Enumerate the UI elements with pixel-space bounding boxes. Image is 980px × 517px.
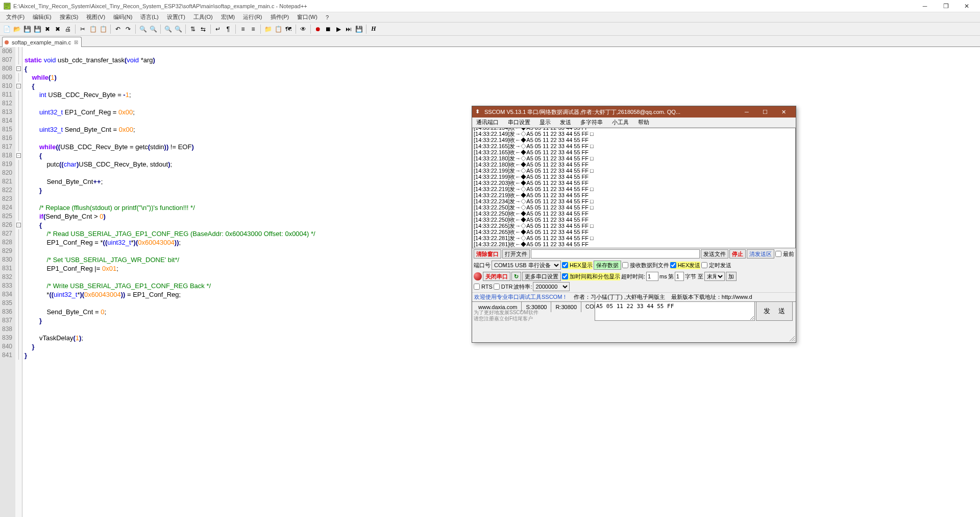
tail-select[interactable]: 末尾 bbox=[704, 272, 725, 281]
sscom-row-file: 清除窗口 打开文件 发送文件 停止 清发送区 最前 bbox=[472, 248, 796, 260]
save-all-icon[interactable]: 💾 bbox=[33, 25, 42, 34]
rts-checkbox[interactable]: RTS bbox=[474, 284, 493, 290]
h-icon[interactable]: H bbox=[369, 25, 378, 34]
outdent-icon[interactable]: ≡ bbox=[249, 25, 258, 34]
separator bbox=[160, 25, 161, 34]
clear-send-area-button[interactable]: 清发送区 bbox=[747, 249, 774, 258]
open-file-button[interactable]: 打开文件 bbox=[502, 249, 530, 258]
menu-edit[interactable]: 编辑(E) bbox=[29, 12, 56, 22]
redo-icon[interactable]: ↷ bbox=[124, 25, 133, 34]
add-button[interactable]: 加 bbox=[726, 272, 737, 281]
menu-search[interactable]: 搜索(S) bbox=[56, 12, 83, 22]
menu-help[interactable]: ? bbox=[322, 13, 333, 21]
dtr-checkbox[interactable]: DTR bbox=[494, 284, 513, 290]
menu-display[interactable]: 显示 bbox=[537, 118, 553, 127]
menu-run[interactable]: 运行(R) bbox=[239, 12, 266, 22]
send-file-button[interactable]: 发送文件 bbox=[701, 249, 728, 258]
menu-file[interactable]: 文件(F) bbox=[2, 12, 29, 22]
close-serial-button[interactable]: 关闭串口 bbox=[483, 272, 510, 281]
fold-margin[interactable]: −−−− bbox=[15, 47, 22, 517]
replace-icon[interactable]: 🔍 bbox=[149, 25, 158, 34]
timeout-label: 超时时间: bbox=[621, 273, 645, 280]
close-button[interactable]: ✕ bbox=[957, 1, 977, 12]
hex-send-checkbox[interactable]: HEX发送 bbox=[670, 262, 701, 269]
tab-close-icon[interactable]: ⊠ bbox=[73, 39, 79, 45]
menu-language[interactable]: 语言(L) bbox=[136, 12, 162, 22]
file-tab[interactable]: softap_example_main.c ⊠ bbox=[2, 37, 82, 47]
funclist-icon[interactable]: 📋 bbox=[274, 25, 283, 34]
close-button[interactable]: ✕ bbox=[774, 107, 793, 117]
zoom-in-icon[interactable]: 🔍 bbox=[163, 25, 173, 34]
menu-view[interactable]: 视图(V) bbox=[82, 12, 109, 22]
maximize-button[interactable]: ❐ bbox=[936, 1, 956, 12]
send-data-input[interactable]: A5 05 11 22 33 44 55 FF bbox=[595, 301, 755, 321]
minimize-button[interactable]: ─ bbox=[915, 1, 935, 12]
sscom-row-port: 端口号 COM15 USB 串行设备 HEX显示 保存数据 接收数据到文件 HE… bbox=[472, 260, 796, 271]
record-icon[interactable]: ⏺ bbox=[313, 25, 323, 34]
cut-icon[interactable]: ✂ bbox=[78, 25, 87, 34]
menu-multi-string[interactable]: 多字符串 bbox=[578, 118, 605, 127]
menu-window[interactable]: 窗口(W) bbox=[293, 12, 322, 22]
npp-titlebar[interactable]: E:\Aixcel_Tiny_Recon_System\Aixcel_Tiny_… bbox=[0, 0, 980, 12]
play-multi-icon[interactable]: ⏭ bbox=[344, 25, 353, 34]
welcome-link[interactable]: 欢迎使用专业串口调试工具SSCOM！ bbox=[474, 293, 568, 301]
minimize-button[interactable]: ─ bbox=[738, 107, 756, 117]
copy-icon[interactable]: 📋 bbox=[88, 25, 97, 34]
monitor-icon[interactable]: 👁 bbox=[299, 25, 308, 34]
save-icon[interactable]: 💾 bbox=[22, 25, 32, 34]
menu-encoding[interactable]: 编码(N) bbox=[109, 12, 136, 22]
find-icon[interactable]: 🔍 bbox=[138, 25, 148, 34]
nth-input[interactable] bbox=[675, 272, 684, 281]
resize-grip-icon[interactable] bbox=[790, 336, 795, 341]
folder-icon[interactable]: 📁 bbox=[263, 25, 273, 34]
timed-send-checkbox[interactable]: 定时发送 bbox=[701, 262, 731, 269]
menu-send[interactable]: 发送 bbox=[558, 118, 573, 127]
sync-v-icon[interactable]: ⇅ bbox=[188, 25, 198, 34]
npp-menubar: 文件(F) 编辑(E) 搜索(S) 视图(V) 编码(N) 语言(L) 设置(T… bbox=[0, 12, 980, 22]
play-icon[interactable]: ▶ bbox=[334, 25, 343, 34]
menu-help[interactable]: 帮助 bbox=[636, 118, 651, 127]
timeout-input[interactable] bbox=[646, 272, 658, 281]
zoom-out-icon[interactable]: 🔍 bbox=[174, 25, 183, 34]
menu-tools[interactable]: 小工具 bbox=[610, 118, 631, 127]
menu-settings[interactable]: 设置(T) bbox=[163, 12, 189, 22]
paste-icon[interactable]: 📋 bbox=[99, 25, 108, 34]
new-file-icon[interactable]: 📄 bbox=[2, 25, 11, 34]
stop-icon[interactable]: ⏹ bbox=[324, 25, 333, 34]
file-path-input[interactable] bbox=[531, 249, 700, 258]
menu-tools[interactable]: 工具(O) bbox=[189, 12, 217, 22]
refresh-button[interactable]: ↻ bbox=[511, 272, 521, 281]
ms-label: ms bbox=[659, 273, 667, 279]
sync-h-icon[interactable]: ⇆ bbox=[199, 25, 208, 34]
close-all-icon[interactable]: ✖ bbox=[53, 25, 62, 34]
stop-button[interactable]: 停止 bbox=[729, 249, 746, 258]
timestamp-checkbox[interactable]: 加时间戳和分包显示 bbox=[562, 273, 620, 280]
menu-plugins[interactable]: 插件(P) bbox=[266, 12, 293, 22]
menu-comm-port[interactable]: 通讯端口 bbox=[474, 118, 501, 127]
wordwrap-icon[interactable]: ↵ bbox=[213, 25, 223, 34]
open-file-icon[interactable]: 📂 bbox=[12, 25, 21, 34]
close-file-icon[interactable]: ✖ bbox=[43, 25, 52, 34]
save-macro-icon[interactable]: 💾 bbox=[354, 25, 363, 34]
print-icon[interactable]: 🖨 bbox=[63, 25, 72, 34]
more-settings-button[interactable]: 更多串口设置 bbox=[522, 272, 561, 281]
port-select[interactable]: COM15 USB 串行设备 bbox=[492, 261, 561, 270]
topmost-checkbox[interactable]: 最前 bbox=[775, 250, 794, 258]
sscom-window[interactable]: ⬍ SSCOM V5.13.1 串口/网络数据调试器,作者:大虾丁丁,26180… bbox=[472, 106, 796, 343]
indent-icon[interactable]: ≡ bbox=[238, 25, 248, 34]
clear-window-button[interactable]: 清除窗口 bbox=[474, 249, 501, 258]
docmap-icon[interactable]: 🗺 bbox=[284, 25, 293, 34]
serial-log-area[interactable]: [14:33:22.134]收←◆A5 05 11 22 33 44 55 FF… bbox=[472, 128, 796, 248]
sscom-titlebar[interactable]: ⬍ SSCOM V5.13.1 串口/网络数据调试器,作者:大虾丁丁,26180… bbox=[472, 106, 796, 118]
recv-to-file-checkbox[interactable]: 接收数据到文件 bbox=[622, 262, 669, 269]
maximize-button[interactable]: ☐ bbox=[756, 107, 774, 117]
menu-serial-settings[interactable]: 串口设置 bbox=[506, 118, 532, 127]
menu-macro[interactable]: 宏(M) bbox=[217, 12, 239, 22]
undo-icon[interactable]: ↶ bbox=[113, 25, 122, 34]
allchars-icon[interactable]: ¶ bbox=[224, 25, 233, 34]
promo-text: 为了更好地发展SSCOM软件 请您注册嘉立创F结尾客户 bbox=[474, 310, 538, 322]
baud-select[interactable]: 2000000 bbox=[533, 282, 570, 291]
save-data-button[interactable]: 保存数据 bbox=[594, 261, 621, 270]
send-button[interactable]: 发 送 bbox=[756, 301, 793, 321]
hex-display-checkbox[interactable]: HEX显示 bbox=[562, 262, 593, 269]
